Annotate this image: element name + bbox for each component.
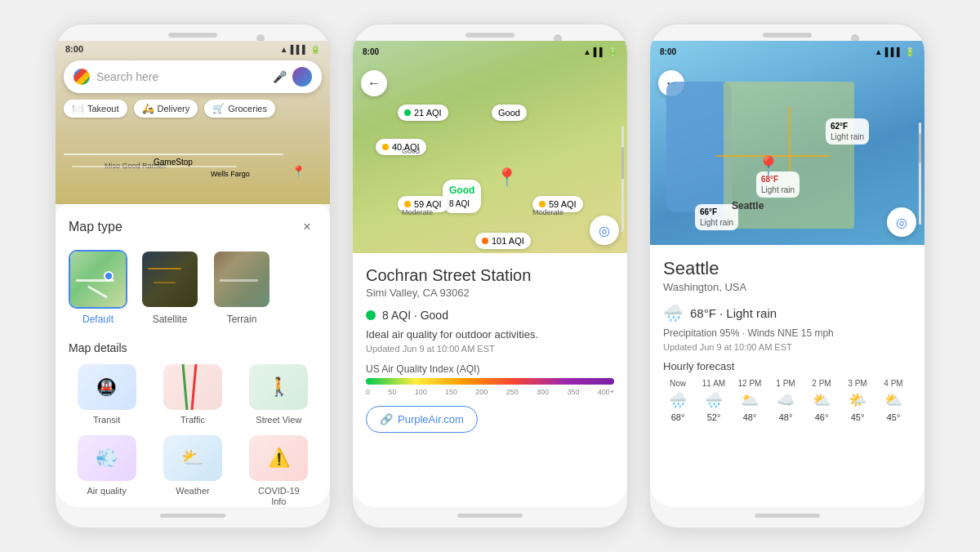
hour-temp-4: 46° bbox=[815, 412, 829, 422]
traffic-road-green bbox=[182, 364, 189, 410]
location-icon: ◎ bbox=[599, 223, 610, 238]
phone-1-speaker bbox=[168, 33, 217, 38]
city-name: Seattle bbox=[663, 258, 911, 279]
aqi-gradient-bar bbox=[366, 378, 614, 385]
aqi-scale-400: 400+ bbox=[598, 388, 614, 396]
phone-3-info-panel: Seattle Washington, USA 🌧️ 68°F · Light … bbox=[650, 245, 924, 507]
rain-icon: 🌧️ bbox=[663, 303, 684, 323]
aqi-status-row: 8 AQI · Good bbox=[366, 309, 614, 322]
map-type-terrain-label: Terrain bbox=[227, 314, 257, 325]
aqi-value-21: 21 AQI bbox=[414, 108, 442, 118]
rain-light-2: Light rain bbox=[761, 185, 795, 195]
map-area: Miso Good Ramen 📍 GameStop Wells Fargo bbox=[56, 121, 330, 186]
transit-thumb: 🚇 bbox=[78, 364, 136, 410]
traffic-thumb bbox=[163, 364, 222, 410]
aqi-bar-title: US Air Quality Index (AQI) bbox=[366, 363, 614, 375]
aqi-status-value: 8 AQI · Good bbox=[382, 309, 448, 322]
phone-3-map: 8:00 ▲ ▌▌▌ 🔋 ← 62°F bbox=[650, 41, 924, 245]
aqi-scale-300: 300 bbox=[537, 388, 549, 396]
phone-1-map-bg: 8:00 ▲ ▌▌▌ 🔋 Search here 🎤 🍽️ bbox=[56, 41, 330, 204]
terrain-map-preview bbox=[214, 252, 270, 307]
phone-2-back-button[interactable]: ← bbox=[361, 70, 387, 96]
detail-covid[interactable]: ⚠️ COVID-19Info bbox=[241, 435, 317, 507]
airquality-icon: 💨 bbox=[96, 447, 118, 469]
phone-2-bottom-bar bbox=[353, 507, 627, 528]
hour-time-5: 3 PM bbox=[848, 379, 866, 388]
aqi-scale-350: 350 bbox=[567, 388, 579, 396]
seattle-pin: 📍 bbox=[756, 155, 781, 178]
aqi-scale-0: 0 bbox=[366, 388, 370, 396]
hour-item-1: 11 AM 🌧️ 52° bbox=[699, 379, 728, 422]
phone-3-bottom-bar bbox=[650, 507, 924, 528]
temp-66: 66°F bbox=[700, 207, 733, 217]
hour-temp-3: 48° bbox=[779, 412, 793, 422]
phone-2-speaker bbox=[466, 33, 514, 38]
map-type-default-label: Default bbox=[82, 314, 114, 325]
transit-label: Transit bbox=[93, 415, 120, 425]
aqi-scale: 0 50 100 150 200 250 300 350 400+ bbox=[366, 388, 614, 396]
aqi-scale-100: 100 bbox=[415, 388, 427, 396]
aqi-badge-good-8: Good 8 AQI bbox=[443, 180, 481, 213]
scroll-track bbox=[621, 126, 624, 232]
takeout-icon: 🍽️ bbox=[72, 103, 84, 114]
hour-temp-1: 52° bbox=[707, 412, 721, 422]
phone-3-location-icon: ◎ bbox=[896, 215, 907, 230]
phone-3-content: 8:00 ▲ ▌▌▌ 🔋 ← 62°F bbox=[650, 41, 924, 507]
map-road-1 bbox=[64, 154, 283, 155]
chip-takeout-label: Takeout bbox=[87, 104, 119, 114]
purpleair-button[interactable]: 🔗 PurpleAir.com bbox=[366, 406, 478, 433]
chip-groceries[interactable]: 🛒 Groceries bbox=[204, 100, 275, 118]
hour-icon-0: 🌧️ bbox=[669, 391, 687, 409]
hourly-title: Hourly forecast bbox=[663, 360, 911, 372]
mic-icon[interactable]: 🎤 bbox=[273, 70, 286, 83]
weather-updated: Updated Jun 9 at 10:00 AM EST bbox=[663, 342, 911, 352]
hour-item-0: Now 🌧️ 68° bbox=[663, 379, 693, 422]
map-type-default[interactable]: Default bbox=[69, 250, 127, 325]
phone-3-wifi: ▲ bbox=[875, 47, 883, 56]
rain-light-3: Light rain bbox=[700, 217, 733, 228]
aqi-value-101: 101 AQI bbox=[492, 236, 524, 246]
streetview-thumb: 🚶 bbox=[249, 364, 308, 410]
station-sub: Simi Valley, CA 93062 bbox=[366, 287, 614, 299]
map-type-thumb-satellite bbox=[140, 250, 199, 309]
close-button[interactable]: × bbox=[297, 217, 317, 237]
phone-2-wifi: ▲ bbox=[583, 47, 591, 56]
detail-streetview[interactable]: 🚶 Street View bbox=[241, 364, 317, 425]
aqi-dot-high bbox=[482, 238, 488, 244]
status-icons: ▲ ▌▌▌ 🔋 bbox=[280, 45, 320, 54]
detail-airquality[interactable]: 💨 Air quality bbox=[69, 435, 145, 507]
aqi-description: Ideal air quality for outdoor activities… bbox=[366, 328, 614, 341]
phone-2-map: 8:00 ▲ ▌▌ 🔋 ← 21 AQI Good bbox=[353, 41, 627, 253]
detail-traffic[interactable]: Traffic bbox=[154, 364, 230, 425]
chip-takeout[interactable]: 🍽️ Takeout bbox=[64, 100, 127, 118]
chip-delivery-label: Delivery bbox=[158, 104, 190, 114]
hour-item-2: 12 PM 🌥️ 48° bbox=[735, 379, 764, 422]
phone-3-location-button[interactable]: ◎ bbox=[887, 207, 916, 237]
chip-delivery[interactable]: 🛵 Delivery bbox=[134, 100, 198, 118]
aqi-badge-good-text: Good bbox=[492, 105, 527, 121]
user-avatar[interactable] bbox=[292, 67, 312, 87]
aqi-dot-good-1 bbox=[404, 109, 411, 116]
detail-weather[interactable]: ⛅ Weather bbox=[154, 435, 230, 507]
weather-details: Precipitation 95% · Winds NNE 15 mph bbox=[663, 327, 911, 339]
hour-time-3: 1 PM bbox=[776, 379, 795, 388]
hour-temp-6: 45° bbox=[887, 412, 901, 422]
map-wells: Wells Fargo bbox=[211, 170, 250, 178]
map-type-terrain[interactable]: Terrain bbox=[212, 250, 271, 325]
map-type-title: Map type bbox=[69, 220, 122, 234]
aqi-status-dot bbox=[366, 310, 376, 320]
location-button[interactable]: ◎ bbox=[590, 216, 619, 245]
map-type-panel: Map type × bbox=[56, 204, 330, 507]
airquality-label: Air quality bbox=[87, 486, 127, 496]
map-type-thumb-terrain bbox=[212, 250, 271, 309]
phone-2: 8:00 ▲ ▌▌ 🔋 ← 21 AQI Good bbox=[351, 23, 629, 529]
phone-3-time: 8:00 bbox=[660, 47, 676, 56]
detail-transit[interactable]: 🚇 Transit bbox=[69, 364, 145, 425]
aqi-8-label: 8 AQI bbox=[449, 199, 470, 208]
search-bar[interactable]: Search here 🎤 bbox=[64, 60, 322, 93]
map-type-satellite[interactable]: Satellite bbox=[140, 250, 199, 325]
covid-label: COVID-19Info bbox=[258, 486, 300, 507]
aqi-dot-moderate-2 bbox=[404, 201, 411, 207]
phones-container: 8:00 ▲ ▌▌▌ 🔋 Search here 🎤 🍽️ bbox=[0, 0, 980, 552]
streetview-label: Street View bbox=[256, 415, 301, 425]
